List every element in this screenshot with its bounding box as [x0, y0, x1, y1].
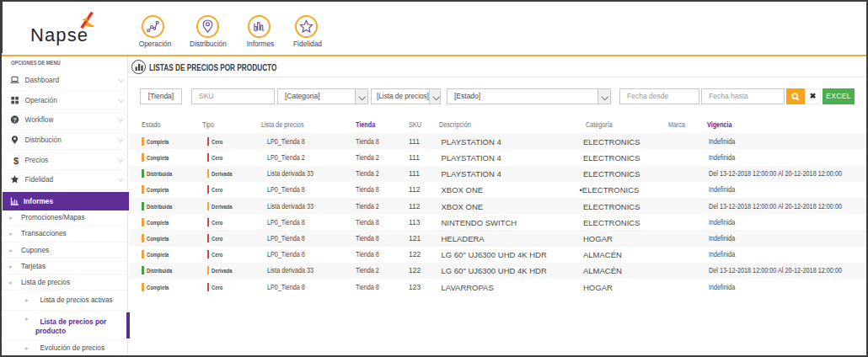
svg-text:?: ?	[13, 116, 17, 124]
